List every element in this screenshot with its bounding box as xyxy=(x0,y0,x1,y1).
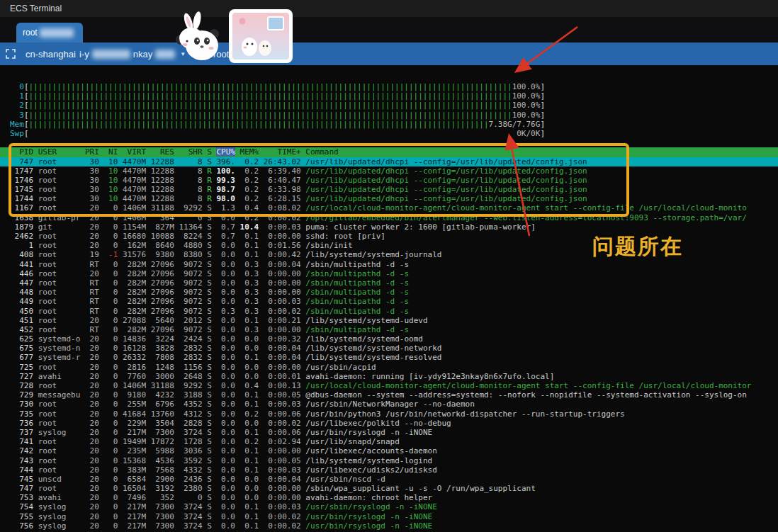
problem-label: 问题所在 xyxy=(592,232,683,261)
process-row[interactable]: 754 syslog 20 0 217M 7300 3724 S 0.0 0.1… xyxy=(0,502,778,511)
redaction-blur xyxy=(92,50,130,59)
process-row[interactable]: 449 root RT 0 282M 27096 9072 S 0.0 0.3 … xyxy=(0,297,778,306)
table-header: PID USER PRI NI VIRT RES SHR S CPU% MEM%… xyxy=(0,147,778,157)
process-row[interactable]: 1167 root 20 0 1406M 31188 9292 S 1.3 0.… xyxy=(0,203,778,213)
process-row[interactable]: 737 syslog 20 0 217M 7300 3724 S 0.0 0.1… xyxy=(0,428,778,437)
framed-scene-sticker xyxy=(228,9,293,64)
process-row[interactable]: 1745 root 30 10 4470M 12288 8 R 98.7 0.2… xyxy=(0,185,778,194)
meter: Swp[ 0K/0K] xyxy=(0,129,778,138)
sort-column-header: CPU% xyxy=(216,147,235,157)
process-row[interactable]: 1747 root 30 10 4470M 12288 8 R 100. 0.2… xyxy=(0,166,778,176)
blank-line xyxy=(0,138,778,147)
process-row[interactable]: 725 root 20 0 2816 1248 1156 S 0.0 0.0 0… xyxy=(0,363,778,372)
process-row[interactable]: 727 avahi 20 0 7760 3000 2648 S 0.0 0.0 … xyxy=(0,372,778,381)
process-row[interactable]: 729 messagebu 20 0 9180 4232 3188 S 0.0 … xyxy=(0,390,778,400)
process-row[interactable]: 446 root 20 0 282M 27096 9072 S 0.0 0.3 … xyxy=(0,269,778,278)
process-row[interactable]: 451 root 20 0 27088 5640 2012 S 0.0 0.1 … xyxy=(0,316,778,325)
redaction-blur xyxy=(40,28,74,38)
process-row[interactable]: 452 root RT 0 282M 27096 9072 S 0.0 0.3 … xyxy=(0,325,778,334)
process-row[interactable]: 743 root 20 0 15368 4536 3592 S 0.0 0.1 … xyxy=(0,456,778,465)
process-row[interactable]: 1638 gitlab-pr 20 0 1406M 364 0 S 0.0 0.… xyxy=(0,213,778,222)
system-info: Tasks: 129, 238 thr; 4 running Load aver… xyxy=(546,82,724,111)
process-row[interactable]: 756 syslog 20 0 217M 7300 3724 S 0.0 0.1… xyxy=(0,521,778,531)
tab-label: root xyxy=(23,28,38,38)
process-row[interactable]: 675 systemd-n 20 0 16128 3828 2832 S 0.0… xyxy=(0,344,778,353)
terminal-output: Tasks: 129, 238 thr; 4 running Load aver… xyxy=(0,65,778,532)
tab-bar: root xyxy=(0,17,778,43)
process-row[interactable]: 448 root RT 0 282M 27096 9072 S 0.0 0.3 … xyxy=(0,288,778,297)
connection-bar: cn-shanghai i-y nkay ▼ root@ xyxy=(0,43,778,65)
process-row[interactable]: 1744 root 30 10 4470M 12288 8 R 98.0 0.2… xyxy=(0,194,778,203)
process-row[interactable]: 735 root 20 0 41684 13760 4312 S 0.0 0.2… xyxy=(0,409,778,419)
panda-bunny-sticker xyxy=(170,10,222,64)
process-row[interactable]: 741 root 20 0 1949M 17872 1728 S 0.0 0.2… xyxy=(0,437,778,446)
fullscreen-icon xyxy=(6,49,16,59)
process-row[interactable]: 747 root 20 0 16504 3192 2380 S 0.0 0.0 … xyxy=(0,484,778,493)
load-average-line: Load average: 4.23 3.33 1.67 xyxy=(546,91,724,101)
process-row[interactable]: 625 systemd-o 20 0 14836 3224 2424 S 0.0… xyxy=(0,334,778,344)
app-title: ECS Terminal xyxy=(10,4,62,13)
tasks-line: Tasks: 129, 238 thr; 4 running xyxy=(546,82,724,91)
meter: Mem[||||||||||||||||||||||||||||||||||||… xyxy=(0,120,778,129)
process-row[interactable]: 677 systemd-r 20 0 26332 7808 2832 S 0.0… xyxy=(0,353,778,362)
process-row[interactable]: 755 syslog 20 0 217M 7300 3724 S 0.0 0.1… xyxy=(0,512,778,521)
process-row[interactable]: 447 root RT 0 282M 27096 9072 S 0.0 0.3 … xyxy=(0,278,778,288)
process-table: PID USER PRI NI VIRT RES SHR S CPU% MEM%… xyxy=(0,147,778,532)
meter: 3[||||||||||||||||||||||||||||||||||||||… xyxy=(0,111,778,120)
process-row[interactable]: 745 unscd 20 0 6584 2900 2436 S 0.0 0.0 … xyxy=(0,475,778,484)
instance-id-prefix: i-y xyxy=(79,49,89,60)
process-row[interactable]: 1746 root 30 10 4470M 12288 8 R 99.3 0.2… xyxy=(0,176,778,185)
process-row[interactable]: 728 root 20 0 1406M 31188 9292 S 0.0 0.4… xyxy=(0,381,778,390)
process-row[interactable]: 747 root 30 10 4470M 12288 8 S 396. 0.2 … xyxy=(0,157,778,166)
process-row[interactable]: 736 root 20 0 229M 3504 2828 S 0.0 0.0 0… xyxy=(0,419,778,428)
process-row[interactable]: 753 avahi 20 0 7496 352 0 S 0.0 0.0 0:00… xyxy=(0,493,778,502)
instance-id-fragment: nkay xyxy=(133,49,152,60)
process-row[interactable]: 1879 git 20 0 1154M 827M 11364 S 0.7 10.… xyxy=(0,222,778,232)
process-row[interactable]: 450 root RT 0 282M 27096 9072 S 0.3 0.3 … xyxy=(0,307,778,316)
process-rows: 747 root 30 10 4470M 12288 8 S 396. 0.2 … xyxy=(0,157,778,532)
tab-active[interactable]: root xyxy=(16,23,83,43)
meter-lines: Tasks: 129, 238 thr; 4 running Load aver… xyxy=(0,82,778,138)
fullscreen-button[interactable] xyxy=(6,43,18,65)
title-bar: ECS Terminal xyxy=(0,0,778,17)
process-row[interactable]: 742 root 20 0 235M 5988 3036 S 0.0 0.1 0… xyxy=(0,446,778,455)
process-row[interactable]: 744 root 20 0 383M 7568 4332 S 0.0 0.1 0… xyxy=(0,465,778,475)
region-label: cn-shanghai xyxy=(26,43,76,65)
process-row[interactable]: 730 root 20 0 255M 6796 4352 S 0.0 0.1 0… xyxy=(0,400,778,409)
uptime-line: Uptime: 00:07:20 xyxy=(546,101,724,110)
